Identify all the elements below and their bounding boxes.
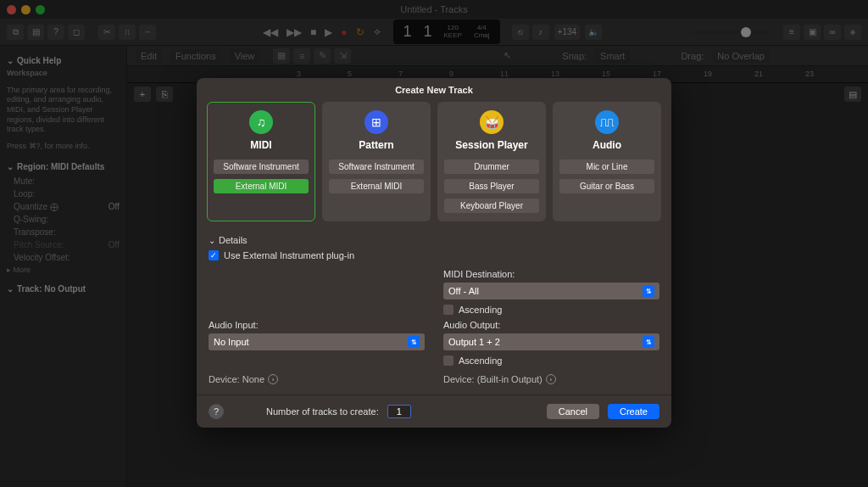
ascending-midi-checkbox[interactable]	[443, 305, 453, 315]
mic-or-line-button[interactable]: Mic or Line	[559, 160, 654, 174]
bass-player-button[interactable]: Bass Player	[444, 179, 539, 193]
audio-input-label: Audio Input:	[209, 320, 425, 330]
popup-arrows-icon: ⇅	[643, 336, 654, 348]
track-type-audio[interactable]: ⎍⎍ Audio Mic or Line Guitar or Bass	[553, 102, 661, 221]
help-button[interactable]: ?	[209, 404, 224, 419]
pattern-software-instrument-button[interactable]: Software Instrument	[329, 160, 424, 174]
audio-output-popup[interactable]: Output 1 + 2 ⇅	[443, 333, 659, 350]
cancel-button[interactable]: Cancel	[547, 404, 599, 419]
pattern-icon: ⊞	[364, 110, 388, 134]
midi-software-instrument-button[interactable]: Software Instrument	[214, 160, 309, 174]
pattern-external-midi-button[interactable]: External MIDI	[329, 179, 424, 193]
create-new-track-dialog: Create New Track ♫ MIDI Software Instrum…	[197, 78, 671, 428]
audio-output-label: Audio Output:	[443, 320, 659, 330]
device-none: Device: None›	[209, 374, 425, 384]
num-tracks-input[interactable]: 1	[387, 405, 411, 418]
keyboard-player-button[interactable]: Keyboard Player	[444, 199, 539, 213]
midi-icon: ♫	[249, 110, 273, 134]
device-arrow-icon[interactable]: ›	[546, 374, 556, 384]
midi-dest-popup[interactable]: Off - All ⇅	[443, 283, 659, 299]
midi-external-midi-button[interactable]: External MIDI	[214, 179, 309, 193]
popup-arrows-icon: ⇅	[643, 285, 654, 297]
guitar-or-bass-button[interactable]: Guitar or Bass	[559, 179, 654, 193]
dialog-title: Create New Track	[197, 78, 671, 102]
audio-icon: ⎍⎍	[595, 110, 619, 134]
track-type-midi[interactable]: ♫ MIDI Software Instrument External MIDI	[207, 102, 315, 221]
use-external-checkbox[interactable]: ✓	[209, 250, 219, 260]
drummer-button[interactable]: Drummer	[444, 160, 539, 174]
track-type-pattern[interactable]: ⊞ Pattern Software Instrument External M…	[322, 102, 431, 221]
device-arrow-icon[interactable]: ›	[268, 374, 278, 384]
midi-dest-label: MIDI Destination:	[443, 269, 659, 279]
use-external-label: Use External Instrument plug-in	[224, 250, 354, 260]
popup-arrows-icon: ⇅	[408, 336, 420, 348]
session-player-icon: 🥁	[480, 110, 504, 134]
track-type-session-player[interactable]: 🥁 Session Player Drummer Bass Player Key…	[437, 102, 546, 221]
device-builtin: Device: (Built-in Output)›	[443, 374, 659, 384]
details-disclosure[interactable]: Details	[209, 235, 659, 245]
audio-input-popup[interactable]: No Input ⇅	[209, 333, 425, 350]
create-button[interactable]: Create	[608, 404, 659, 419]
ascending-output-checkbox[interactable]	[443, 355, 453, 366]
num-tracks-label: Number of tracks to create:	[266, 406, 379, 417]
